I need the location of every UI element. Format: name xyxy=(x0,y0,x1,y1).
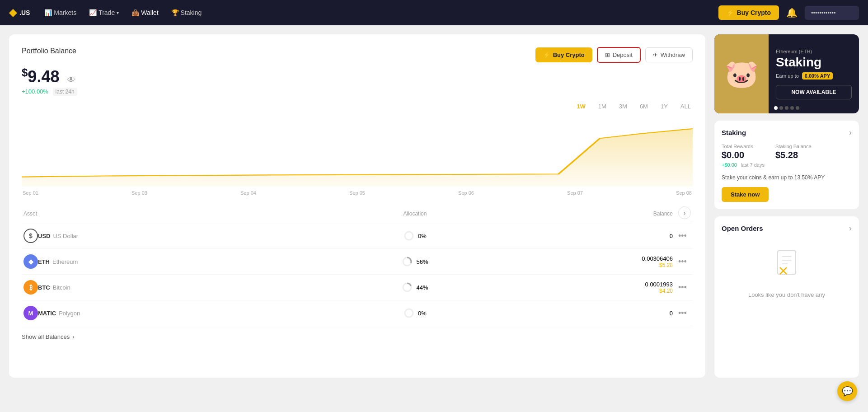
markets-icon: 📊 xyxy=(44,9,52,16)
more-options-cell: ••• xyxy=(675,223,693,249)
nav-markets[interactable]: 📊 Markets xyxy=(44,9,76,16)
time-filter-1m[interactable]: 1M xyxy=(596,102,608,111)
portfolio-title: Portfolio Balance xyxy=(22,47,76,55)
nav-wallet[interactable]: 👜 Wallet xyxy=(131,9,158,16)
more-options-cell: ••• xyxy=(675,275,693,300)
open-orders-chevron-icon[interactable]: › xyxy=(849,224,852,233)
time-filter-6m[interactable]: 6M xyxy=(638,102,650,111)
asset-ticker: USD xyxy=(38,233,50,239)
more-options-button[interactable]: ••• xyxy=(676,307,689,320)
allocation-pct: 0% xyxy=(418,233,427,239)
dot-4 xyxy=(790,106,794,110)
notification-bell[interactable]: 🔔 xyxy=(786,7,798,18)
asset-icon: $ xyxy=(23,229,38,243)
stake-now-button[interactable]: Stake now xyxy=(722,187,769,202)
svg-point-5 xyxy=(405,309,413,317)
staking-card-title: Staking xyxy=(722,129,746,136)
time-filter-all[interactable]: ALL xyxy=(679,102,693,111)
col-asset: Asset xyxy=(22,205,337,223)
piggy-icon: 🐷 xyxy=(725,58,759,90)
open-orders-card: Open Orders › Looks like you don't have … xyxy=(714,216,859,378)
wallet-icon: 👜 xyxy=(131,9,139,16)
total-rewards-label: Total Rewards xyxy=(722,144,765,149)
left-panel: Portfolio Balance ⚡ Buy Crypto ⊞ Deposit… xyxy=(9,34,705,378)
portfolio-title-section: Portfolio Balance xyxy=(22,47,76,55)
col-balance: Balance xyxy=(493,205,675,223)
time-filter-3m[interactable]: 3M xyxy=(617,102,629,111)
buy-crypto-lightning-icon: ⚡ xyxy=(543,52,550,58)
more-options-cell: ••• xyxy=(675,300,693,326)
logo[interactable]: ◆ .US xyxy=(9,7,30,19)
table-row: M MATIC Polygon 0% 0 ••• xyxy=(22,300,693,326)
change-percent: +100.00% xyxy=(22,88,48,95)
trade-label: Trade xyxy=(99,9,115,16)
dot-1 xyxy=(774,106,778,110)
empty-icon xyxy=(773,248,800,286)
right-panel: 🐷 Ethereum (ETH) Staking Earn up to 6.00… xyxy=(714,34,859,378)
more-options-button[interactable]: ••• xyxy=(676,255,689,268)
allocation-donut xyxy=(404,230,414,241)
trade-icon: 📈 xyxy=(89,9,97,16)
svg-point-0 xyxy=(405,232,413,240)
more-options-button[interactable]: ••• xyxy=(676,281,689,294)
portfolio-chart xyxy=(22,114,693,187)
balance-usd: $4.20 xyxy=(495,288,673,294)
balance-cell: 0.0001993$4.20 xyxy=(493,275,675,300)
allocation-inner: 56% xyxy=(339,256,492,267)
asset-cell: $ USD US Dollar xyxy=(22,223,337,249)
navbar-buy-crypto-button[interactable]: ⚡ Buy Crypto xyxy=(718,5,779,20)
allocation-pct: 56% xyxy=(416,258,428,265)
more-options-cell: ••• xyxy=(675,249,693,275)
asset-name-col: $ USD US Dollar xyxy=(23,229,335,243)
balance-crypto: 0.0001993 xyxy=(495,281,673,288)
banner-card: 🐷 Ethereum (ETH) Staking Earn up to 6.00… xyxy=(714,34,859,113)
allocation-cell: 0% xyxy=(337,223,493,249)
portfolio-balance: $9.48 👁 +100.00% last 24h xyxy=(22,66,693,95)
change-period: last 24h xyxy=(53,88,77,96)
asset-ticker: MATIC xyxy=(38,310,56,317)
chart-container xyxy=(22,114,693,187)
portfolio-actions: ⚡ Buy Crypto ⊞ Deposit ✈ Withdraw xyxy=(535,47,693,63)
total-rewards-stat: Total Rewards $0.00 +$0.00 last 7 days xyxy=(722,144,765,169)
x-label-sep03: Sep 03 xyxy=(131,190,147,196)
now-available-button[interactable]: NOW AVAILABLE xyxy=(776,85,852,99)
more-options-button[interactable]: ••• xyxy=(676,229,689,243)
nav-trade[interactable]: 📈 Trade ▾ xyxy=(89,9,119,16)
staking-chevron-icon[interactable]: › xyxy=(849,128,852,137)
allocation-inner: 44% xyxy=(339,282,492,293)
nav-staking[interactable]: 🏆 Staking xyxy=(171,9,202,16)
time-filter-1w[interactable]: 1W xyxy=(575,102,587,111)
balance-crypto: 0 xyxy=(495,233,673,239)
asset-cell: M MATIC Polygon xyxy=(22,300,337,326)
staking-label: Staking xyxy=(181,9,202,16)
balance-crypto: 0.00306406 xyxy=(495,255,673,262)
expand-button[interactable]: › xyxy=(678,206,691,219)
buy-crypto-button[interactable]: ⚡ Buy Crypto xyxy=(535,47,592,62)
allocation-cell: 0% xyxy=(337,300,493,326)
col-expand: › xyxy=(675,205,693,223)
banner-inner: 🐷 Ethereum (ETH) Staking Earn up to 6.00… xyxy=(714,34,859,113)
x-label-sep08: Sep 08 xyxy=(676,190,692,196)
user-account-button[interactable]: •••••••••••• xyxy=(805,6,859,20)
allocation-donut xyxy=(402,282,413,293)
navbar-right: ⚡ Buy Crypto 🔔 •••••••••••• xyxy=(718,5,859,20)
logo-icon: ◆ xyxy=(9,7,17,19)
allocation-inner: 0% xyxy=(339,230,492,241)
balance-cell: 0.00306406$5.28 xyxy=(493,249,675,275)
deposit-button[interactable]: ⊞ Deposit xyxy=(597,47,641,63)
col-allocation: Allocation xyxy=(337,205,493,223)
empty-orders: Looks like you don't have any xyxy=(722,239,852,307)
withdraw-button[interactable]: ✈ Withdraw xyxy=(645,47,693,62)
dollar-sign: $ xyxy=(22,66,28,79)
eye-icon[interactable]: 👁 xyxy=(67,75,75,84)
total-rewards-change: +$0.00 last 7 days xyxy=(722,160,765,169)
staking-description: Stake your coins & earn up to 13.50% APY xyxy=(722,174,852,182)
allocation-inner: 0% xyxy=(339,308,492,318)
chat-button[interactable]: 💬 xyxy=(837,381,857,401)
table-row: $ USD US Dollar 0% 0 ••• xyxy=(22,223,693,249)
time-filter-1y[interactable]: 1Y xyxy=(659,102,670,111)
asset-cell: ₿ BTC Bitcoin xyxy=(22,275,337,300)
show-all-balances-link[interactable]: Show all Balances › xyxy=(22,333,693,340)
asset-icon: ₿ xyxy=(23,280,38,295)
dot-3 xyxy=(785,106,788,110)
